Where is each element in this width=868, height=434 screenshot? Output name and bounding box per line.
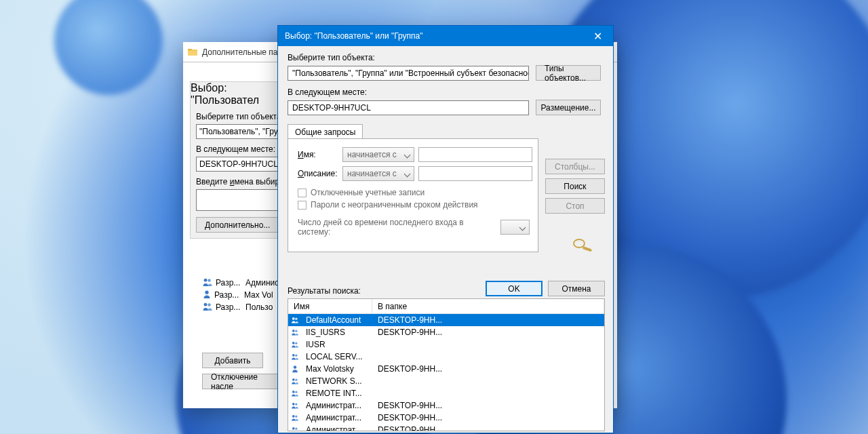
description-label: Описание:: [298, 169, 338, 178]
svg-point-2: [205, 290, 208, 294]
result-name: LOCAL SERV...: [300, 352, 372, 361]
group-icon: [288, 425, 300, 431]
password-never-expires-checkbox[interactable]: [298, 201, 307, 210]
subdialog-title[interactable]: Выбор: "Пользовател: [191, 82, 290, 106]
location-label: В следующем месте:: [196, 144, 284, 154]
desc-match-select[interactable]: начинается с: [342, 166, 414, 181]
svg-point-24: [292, 427, 295, 430]
name-label: Имя:: [298, 150, 338, 159]
tab-common-queries[interactable]: Общие запросы: [288, 124, 363, 139]
svg-point-19: [295, 391, 297, 393]
locations-button[interactable]: Размещение...: [536, 100, 601, 115]
results-label: Результаты поиска:: [288, 286, 361, 296]
group-icon: [288, 413, 300, 422]
result-name: NETWORK S...: [300, 376, 372, 386]
folder-icon: [187, 47, 198, 58]
desc-input[interactable]: [418, 166, 532, 181]
result-name: REMOTE INT...: [300, 389, 372, 398]
search-results-list[interactable]: Имя В папке DefaultAccountDESKTOP-9HH...…: [288, 298, 605, 431]
svg-point-1: [208, 279, 210, 281]
advanced-button[interactable]: Дополнительно...: [196, 217, 279, 233]
result-name: Max Volotsky: [300, 364, 372, 374]
result-folder: DESKTOP-9HH...: [372, 425, 604, 431]
column-header-name[interactable]: Имя: [288, 299, 372, 313]
name-input[interactable]: [418, 147, 532, 162]
result-row[interactable]: NETWORK S...: [288, 375, 604, 387]
group-icon: [202, 277, 213, 289]
result-row[interactable]: Администрат...DESKTOP-9HH...: [288, 399, 604, 412]
cancel-button[interactable]: Отмена: [548, 281, 605, 296]
svg-point-14: [295, 354, 297, 356]
result-row[interactable]: DefaultAccountDESKTOP-9HH...: [288, 314, 604, 326]
result-row[interactable]: Администрат...DESKTOP-9HH...: [288, 424, 604, 431]
svg-point-4: [208, 303, 210, 306]
object-type-field[interactable]: "Пользователь", "Груп: [196, 124, 283, 139]
svg-point-20: [292, 403, 295, 406]
svg-point-21: [295, 403, 297, 405]
svg-point-22: [292, 415, 295, 418]
svg-point-15: [294, 366, 296, 368]
group-icon: [288, 340, 300, 349]
result-row[interactable]: IIS_IUSRSDESKTOP-9HH...: [288, 326, 604, 338]
svg-point-11: [292, 342, 295, 344]
stop-button[interactable]: Стоп: [545, 198, 605, 214]
result-name: Администрат...: [300, 413, 372, 422]
svg-point-5: [574, 239, 585, 248]
user-icon: [202, 290, 212, 301]
object-type-label: Выберите тип объекта:: [288, 53, 605, 62]
names-field[interactable]: [196, 189, 283, 211]
location-field[interactable]: DESKTOP-9HH7UCL: [196, 157, 283, 172]
result-row[interactable]: Max VolotskyDESKTOP-9HH...: [288, 363, 604, 375]
result-row[interactable]: LOCAL SERV...: [288, 351, 604, 363]
ok-button[interactable]: OK: [486, 281, 542, 296]
result-folder: DESKTOP-9HH...: [372, 315, 604, 325]
result-row[interactable]: IUSR: [288, 338, 604, 351]
dialog-titlebar[interactable]: Выбор: "Пользователь" или "Группа" ✕: [278, 26, 613, 46]
svg-point-8: [295, 317, 297, 319]
names-label: Введите имена выбирае: [196, 177, 284, 186]
svg-point-25: [295, 427, 297, 429]
result-folder: DESKTOP-9HH...: [372, 401, 604, 410]
location-field[interactable]: DESKTOP-9HH7UCL: [288, 100, 529, 115]
svg-point-12: [295, 342, 297, 344]
result-row[interactable]: REMOTE INT...: [288, 387, 604, 399]
svg-rect-6: [583, 246, 593, 252]
search-button[interactable]: Поиск: [545, 178, 605, 194]
svg-point-3: [204, 302, 208, 306]
result-row[interactable]: Администрат...DESKTOP-9HH...: [288, 412, 604, 424]
group-icon: [288, 376, 300, 386]
disabled-accounts-checkbox[interactable]: [298, 189, 307, 197]
svg-point-16: [292, 378, 295, 381]
columns-button[interactable]: Столбцы...: [545, 159, 605, 174]
disable-inheritance-button[interactable]: Отключение насле: [202, 374, 290, 389]
days-since-logon-select[interactable]: [500, 220, 530, 235]
dialog-title: Выбор: "Пользователь" или "Группа": [285, 31, 582, 41]
group-icon: [288, 389, 300, 398]
svg-point-13: [292, 354, 295, 357]
result-folder: DESKTOP-9HH...: [372, 413, 604, 422]
user-icon: [288, 364, 300, 374]
svg-point-0: [204, 278, 208, 281]
result-name: Администрат...: [300, 401, 372, 410]
disabled-accounts-label: Отключенные учетные записи: [311, 188, 425, 197]
result-name: IIS_IUSRS: [300, 328, 372, 337]
results-body: DefaultAccountDESKTOP-9HH...IIS_IUSRSDES…: [288, 314, 604, 431]
column-header-folder[interactable]: В папке: [372, 299, 604, 313]
object-type-field[interactable]: "Пользователь", "Группа" или "Встроенный…: [288, 66, 529, 81]
common-queries-panel: Имя: начинается с Описание: начинается с…: [288, 138, 538, 252]
result-name: DefaultAccount: [300, 315, 372, 325]
result-folder: DESKTOP-9HH...: [372, 364, 604, 374]
group-icon: [288, 315, 300, 325]
svg-point-9: [292, 330, 295, 332]
object-types-button[interactable]: Типы объектов...: [536, 65, 601, 81]
add-button[interactable]: Добавить: [202, 353, 263, 368]
svg-point-7: [292, 317, 295, 320]
group-icon: [288, 352, 300, 361]
result-name: Администрат...: [300, 425, 372, 431]
name-match-select[interactable]: начинается с: [342, 147, 414, 162]
svg-point-18: [292, 391, 295, 393]
close-icon[interactable]: ✕: [582, 26, 613, 46]
result-folder: DESKTOP-9HH...: [372, 328, 604, 337]
group-icon: [288, 328, 300, 337]
svg-point-17: [295, 378, 297, 380]
